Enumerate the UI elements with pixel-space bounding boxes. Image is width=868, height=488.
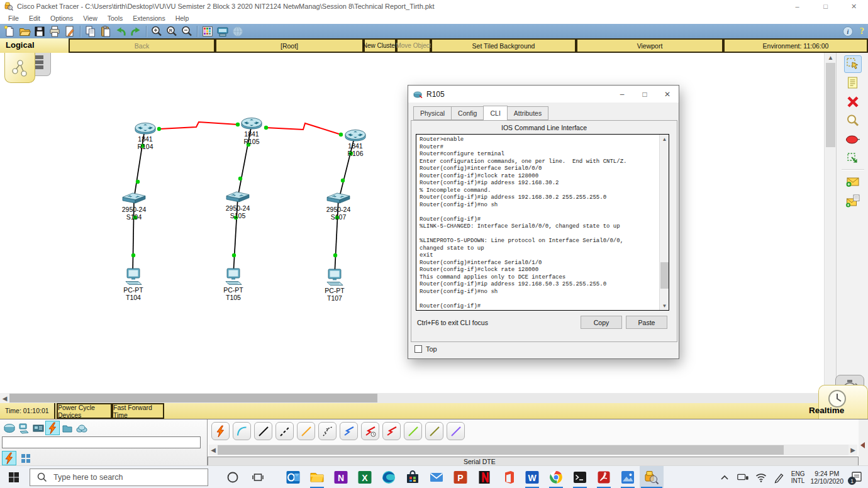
zoom-in-icon[interactable] xyxy=(149,25,164,38)
paste-icon[interactable] xyxy=(98,25,113,38)
palette-scrollbar[interactable]: ◀ ▶ xyxy=(209,445,857,455)
scrollbar-thumb[interactable] xyxy=(660,262,669,289)
cli-terminal[interactable]: Router>enable Router# Router#configure t… xyxy=(416,134,669,311)
delete-tool[interactable] xyxy=(844,93,862,111)
scroll-left-icon[interactable]: ◀ xyxy=(209,445,218,455)
connection-fiber[interactable] xyxy=(297,422,315,440)
dialog-maximize-button[interactable]: □ xyxy=(633,86,656,103)
minimize-button[interactable]: – xyxy=(783,0,811,13)
menu-extensions[interactable]: Extensions xyxy=(128,14,170,22)
add-complex-pdu-tool[interactable] xyxy=(844,192,862,209)
cortana-button[interactable] xyxy=(226,471,239,484)
activity-wizard-icon[interactable] xyxy=(62,25,77,38)
dialog-close-button[interactable]: ✕ xyxy=(656,86,679,103)
taskbar-app-excel[interactable]: X xyxy=(353,466,377,488)
help-icon[interactable]: ? xyxy=(860,26,864,36)
menu-view[interactable]: View xyxy=(78,14,103,22)
subcategory-connections[interactable] xyxy=(2,451,16,465)
resize-shape-tool[interactable] xyxy=(844,150,862,167)
menu-options[interactable]: Options xyxy=(45,14,78,22)
taskbar-app-outlook[interactable] xyxy=(281,466,305,488)
connection-console[interactable] xyxy=(233,422,251,440)
clock-indicator[interactable]: 9:24 PM12/10/2020 xyxy=(810,470,843,485)
zoom-reset-icon[interactable]: R xyxy=(164,25,179,38)
category-components[interactable] xyxy=(31,421,45,435)
taskbar-app-chrome[interactable] xyxy=(544,466,568,488)
category-multiuser[interactable] xyxy=(60,421,74,435)
zoom-out-icon[interactable] xyxy=(179,25,194,38)
palette-scroll-thumb[interactable] xyxy=(218,445,784,455)
tray-device-icon[interactable] xyxy=(737,471,749,484)
connection-serial-dte[interactable] xyxy=(382,422,401,440)
select-tool[interactable] xyxy=(844,55,862,73)
link-serial[interactable] xyxy=(159,122,238,129)
task-view-button[interactable] xyxy=(252,471,264,484)
connection-auto[interactable] xyxy=(211,422,230,440)
color-palette-icon[interactable] xyxy=(200,25,215,38)
scroll-right-icon[interactable]: ▶ xyxy=(849,445,857,455)
taskbar-app-powerpoint[interactable]: P xyxy=(448,466,472,488)
tab-cli[interactable]: CLI xyxy=(483,106,507,121)
menu-tools[interactable]: Tools xyxy=(103,14,128,22)
redo-icon[interactable] xyxy=(128,25,143,38)
menu-edit[interactable]: Edit xyxy=(24,14,45,22)
canvas-vscrollbar[interactable]: ▲ xyxy=(824,53,836,393)
taskbar-app-netflix[interactable] xyxy=(472,466,496,488)
start-button[interactable] xyxy=(8,471,20,484)
top-checkbox[interactable] xyxy=(415,345,422,353)
save-icon[interactable] xyxy=(32,25,47,38)
connection-purple[interactable] xyxy=(447,422,465,440)
close-button[interactable]: ✕ xyxy=(840,0,868,13)
link-serial[interactable] xyxy=(266,123,341,135)
back-button[interactable]: Back xyxy=(69,38,215,53)
taskbar-app-file-explorer[interactable] xyxy=(305,466,329,488)
undo-icon[interactable] xyxy=(113,25,128,38)
print-icon[interactable] xyxy=(47,25,62,38)
taskbar-app-store[interactable] xyxy=(401,466,425,488)
draw-ellipse-tool[interactable] xyxy=(844,131,862,148)
wifi-icon[interactable] xyxy=(755,471,767,484)
language-indicator[interactable]: ENGINTL xyxy=(791,470,805,484)
connection-olive[interactable] xyxy=(425,422,443,440)
logical-canvas[interactable]: 1841R1041841R1051841R1062950-24S1042950-… xyxy=(0,53,824,393)
hscroll-thumb[interactable] xyxy=(9,394,377,402)
maximize-button[interactable]: □ xyxy=(811,0,840,13)
device-filter-input[interactable] xyxy=(2,436,201,448)
network-view-icon[interactable] xyxy=(230,25,245,38)
taskbar-app-office[interactable] xyxy=(496,466,520,488)
cli-scrollbar[interactable]: ▲ ▼ xyxy=(659,135,669,310)
copy-icon[interactable] xyxy=(83,25,98,38)
scroll-down-icon[interactable]: ▼ xyxy=(660,301,669,310)
viewport-button[interactable]: Viewport xyxy=(576,38,723,53)
taskbar-app-terminal[interactable] xyxy=(568,466,592,488)
add-simple-pdu-tool[interactable] xyxy=(844,172,862,190)
scroll-up-icon[interactable]: ▲ xyxy=(660,135,669,143)
palette-collapse[interactable] xyxy=(859,419,868,466)
connection-green[interactable] xyxy=(404,422,422,440)
connection-serial-dce[interactable] xyxy=(361,422,379,440)
connection-phone[interactable] xyxy=(318,422,337,440)
scroll-up-icon[interactable]: ▲ xyxy=(825,53,837,62)
taskbar-app-word[interactable]: W xyxy=(520,466,544,488)
set-tiled-background-button[interactable]: Set Tiled Background xyxy=(431,38,576,53)
root-button[interactable]: [Root] xyxy=(215,38,364,53)
connection-copper-straight[interactable] xyxy=(254,422,272,440)
scroll-left-icon[interactable]: ◀ xyxy=(0,393,9,403)
tab-config[interactable]: Config xyxy=(451,106,483,120)
vscroll-thumb[interactable] xyxy=(826,63,835,147)
tab-attributes[interactable]: Attributes xyxy=(508,106,548,120)
taskbar-app-packet-tracer[interactable] xyxy=(640,466,664,488)
environment-button[interactable]: Environment: 11:06:00 xyxy=(723,38,868,53)
menu-file[interactable]: File xyxy=(3,14,24,22)
inspect-tool[interactable] xyxy=(844,112,862,130)
place-note-tool[interactable] xyxy=(844,74,862,92)
taskbar-search[interactable]: Type here to search xyxy=(30,469,208,486)
taskbar-app-edge[interactable] xyxy=(377,466,401,488)
category-end-devices[interactable] xyxy=(16,421,31,435)
move-object-button[interactable]: Move Object xyxy=(396,38,431,53)
fast-forward-time-button[interactable]: Fast Forward Time xyxy=(112,403,164,419)
canvas-hscrollbar[interactable]: ◀ xyxy=(0,393,824,403)
tray-chevron-icon[interactable] xyxy=(718,471,731,484)
dialog-minimize-button[interactable]: – xyxy=(611,86,633,103)
subcategory-device-grid[interactable] xyxy=(18,451,33,465)
